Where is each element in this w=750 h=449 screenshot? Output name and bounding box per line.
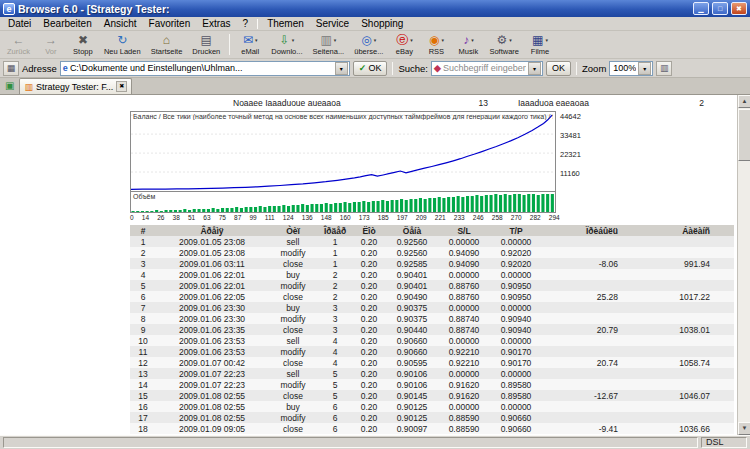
- toolbar-button-stopp[interactable]: ✖Stopp: [67, 32, 99, 57]
- table-cell: [542, 368, 620, 379]
- toolbar-button-vor[interactable]: →Vor: [35, 32, 67, 57]
- menu-item-item[interactable]: ?: [237, 17, 255, 31]
- table-cell: 0.20: [352, 412, 386, 423]
- ebay-icon: ⓔ: [396, 34, 408, 47]
- toolbar-button-startseite[interactable]: ⌂Startseite: [146, 32, 188, 57]
- table-cell: 0.88740: [438, 324, 490, 335]
- chart-title: Баланс / Все тики (наиболее точный метод…: [133, 113, 553, 120]
- toolbar-button-email[interactable]: ✉▾eMail: [234, 32, 266, 57]
- toolbar-button-berse[interactable]: ◎▾überse...: [349, 32, 388, 57]
- vertical-scrollbar[interactable]: ▲ ▼: [737, 95, 750, 435]
- x-axis-label: 63: [203, 214, 210, 221]
- table-cell: 0.91620: [438, 390, 490, 401]
- search-ok-button[interactable]: OK: [546, 61, 571, 76]
- status-connection: DSL: [701, 437, 747, 448]
- table-cell: 5: [318, 379, 352, 390]
- address-dropdown-arrow[interactable]: ▾: [335, 62, 348, 75]
- scrollbar-thumb[interactable]: [738, 109, 750, 161]
- tab-strategy-tester[interactable]: ▥ Strategy Tester: F... ✖: [19, 78, 132, 94]
- toolbar-button-zur-ck[interactable]: ←Zurück: [2, 32, 35, 57]
- panel-button[interactable]: ▥: [656, 61, 672, 76]
- dropdown-arrow-icon[interactable]: ▾: [374, 37, 377, 43]
- row-number-cell: 7: [130, 302, 156, 313]
- titlebar[interactable]: e Browser 6.0 - [Strategy Tester: ▁ □ ✖: [0, 0, 750, 17]
- table-cell: 0.90940: [490, 324, 542, 335]
- dropdown-arrow-icon[interactable]: ▾: [410, 37, 413, 43]
- column-header: T/P: [490, 225, 542, 236]
- new-tab-button[interactable]: ▣: [3, 79, 16, 94]
- dropdown-arrow-icon[interactable]: ▾: [545, 37, 548, 43]
- table-cell: 4: [318, 335, 352, 346]
- menu-item-extras[interactable]: Extras: [196, 17, 236, 31]
- search-input[interactable]: [443, 63, 526, 73]
- table-cell: 0.88740: [438, 313, 490, 324]
- toolbar-button-drucken[interactable]: ▤Drucken: [187, 32, 225, 57]
- tab-favicon: ▥: [24, 82, 33, 92]
- x-axis-label: 282: [530, 214, 541, 221]
- scroll-up-button[interactable]: ▲: [738, 95, 750, 108]
- search-dropdown-arrow[interactable]: ▾: [528, 62, 541, 75]
- x-axis-label: 99: [249, 214, 256, 221]
- tab-close-button[interactable]: ✖: [116, 81, 127, 92]
- menu-item-service[interactable]: Service: [310, 17, 355, 31]
- menu-item-bearbeiten[interactable]: Bearbeiten: [37, 17, 97, 31]
- table-cell: 0.90097: [386, 423, 438, 434]
- table-cell: -12.67: [542, 390, 620, 401]
- menu-item-themen[interactable]: Themen: [261, 17, 310, 31]
- table-cell: 0.90950: [490, 291, 542, 302]
- menu-item-favoriten[interactable]: Favoriten: [143, 17, 197, 31]
- minimize-button[interactable]: ▁: [693, 2, 709, 15]
- toolbar-button-software[interactable]: ⚙▾Software: [484, 32, 524, 57]
- close-button[interactable]: ✖: [731, 2, 747, 15]
- table-cell: 0.90170: [490, 346, 542, 357]
- stat-value-1: 13: [460, 98, 488, 108]
- dropdown-arrow-icon[interactable]: ▾: [509, 37, 512, 43]
- zoom-combo[interactable]: 100% ▾: [609, 61, 653, 76]
- toolbar-button-downlo[interactable]: ⇩▾Downlo...: [266, 32, 307, 57]
- toolbar-button-ebay[interactable]: ⓔ▾eBay: [388, 32, 420, 57]
- toolbar-button-rss[interactable]: ◉▾RSS: [420, 32, 452, 57]
- maximize-button[interactable]: □: [712, 2, 728, 15]
- home-icon: ⌂: [163, 34, 170, 47]
- table-cell: 2009.01.06 23:30: [156, 302, 268, 313]
- address-input[interactable]: [70, 63, 333, 73]
- menu-item-shopping[interactable]: Shopping: [355, 17, 409, 31]
- zoom-dropdown-arrow[interactable]: ▾: [638, 62, 651, 75]
- toolbar-button-neu-laden[interactable]: ↻Neu Laden: [99, 32, 146, 57]
- table-row: 182009.01.09 09:05close60.200.900970.885…: [130, 423, 734, 434]
- address-combo[interactable]: e ▾: [60, 61, 350, 76]
- table-row: 172009.01.08 02:55modify60.200.901250.88…: [130, 412, 734, 423]
- menu-item-ansicht[interactable]: Ansicht: [98, 17, 143, 31]
- toolbar-button-seitena[interactable]: ▥▾Seitena...: [308, 32, 350, 57]
- stats-row: Noaaee Iaaaduoue aueaaoa 13 Iaaaduoa eae…: [130, 98, 734, 109]
- table-cell: 5: [318, 368, 352, 379]
- table-cell: 2009.01.05 23:08: [156, 247, 268, 258]
- dropdown-arrow-icon[interactable]: ▾: [334, 37, 337, 43]
- x-axis-label: 75: [219, 214, 226, 221]
- table-cell: [712, 236, 734, 247]
- stop-icon: ✖: [78, 34, 88, 47]
- scroll-down-button[interactable]: ▼: [738, 422, 750, 435]
- table-cell: 0.88760: [438, 280, 490, 291]
- table-cell: 25.28: [542, 291, 620, 302]
- table-cell: close: [268, 258, 318, 269]
- menu-item-datei[interactable]: Datei: [2, 17, 37, 31]
- search-ok-label: OK: [552, 63, 565, 73]
- dropdown-arrow-icon[interactable]: ▾: [441, 37, 444, 43]
- x-axis-label: 14: [142, 214, 149, 221]
- toolbar-button-musik[interactable]: ♪▾Musik: [452, 32, 484, 57]
- table-cell: 0.00000: [490, 368, 542, 379]
- address-ok-button[interactable]: ✓OK: [353, 61, 388, 76]
- row-number-cell: 9: [130, 324, 156, 335]
- table-cell: 0.88590: [438, 412, 490, 423]
- pages-button[interactable]: ▦: [3, 61, 19, 76]
- column-header: [712, 225, 734, 236]
- toolbar-button-filme[interactable]: ▦▾Filme: [524, 32, 556, 57]
- table-cell: close: [268, 357, 318, 368]
- table-row: 92009.01.06 23:35close30.200.904400.8874…: [130, 324, 734, 335]
- dropdown-arrow-icon[interactable]: ▾: [292, 37, 295, 43]
- search-combo[interactable]: ◆ ▾: [431, 61, 543, 76]
- dropdown-arrow-icon[interactable]: ▾: [255, 37, 258, 43]
- toolbar-button-label: überse...: [354, 47, 383, 56]
- dropdown-arrow-icon[interactable]: ▾: [471, 37, 474, 43]
